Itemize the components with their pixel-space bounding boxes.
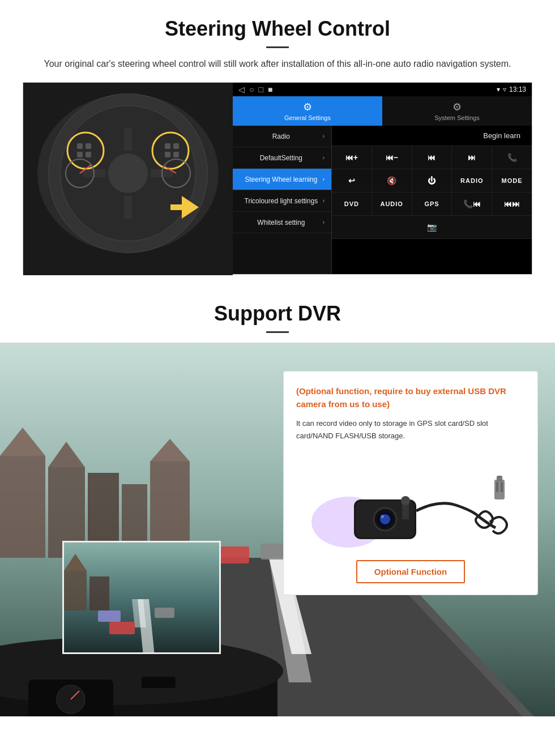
steering-wheel-svg [23, 83, 233, 275]
svg-rect-76 [501, 482, 503, 492]
svg-rect-20 [170, 204, 183, 210]
dvr-description: It can record video only to storage in G… [296, 417, 525, 442]
control-buttons: ⏮+ ⏮− ⏮ ⏭ 📞 ↩ 🔇 ⏻ RADIO MODE [332, 146, 532, 239]
dvr-title-area: Support DVR [0, 286, 555, 351]
btn-phone[interactable]: 📞 [492, 146, 532, 169]
begin-learn-button[interactable]: Begin learn [477, 129, 526, 142]
page-title: Steering Wheel Control [23, 17, 532, 41]
svg-rect-74 [497, 476, 502, 481]
svg-rect-17 [165, 152, 170, 157]
dvr-title-divider [266, 331, 289, 333]
btn-dvd[interactable]: DVD [332, 193, 372, 215]
optional-function-button[interactable]: Optional Function [356, 560, 465, 583]
arrow-icon: › [323, 133, 325, 139]
ctrl-row-4: 📷 [332, 216, 532, 239]
arrow-icon: › [323, 176, 325, 182]
dvr-device-svg [303, 454, 518, 550]
steering-wheel-placeholder [23, 83, 233, 275]
system-settings-icon: ⚙ [452, 101, 462, 113]
tabs-row: ⚙ General Settings ⚙ System Settings [233, 96, 532, 126]
menu-item-tricoloured-label: Tricoloured light settings [240, 197, 323, 205]
btn-vol-up[interactable]: ⏮+ [332, 146, 372, 169]
dvr-title: Support DVR [0, 302, 555, 326]
btn-prev[interactable]: ⏮ [412, 146, 452, 169]
ctrl-row-3: DVD AUDIO GPS 📞⏮ ⏮⏭ [332, 193, 532, 216]
status-bar: ◁ ○ □ ■ ▾ ▿ 13:13 [233, 83, 532, 96]
menu-item-whitelist-label: Whitelist setting [240, 219, 323, 227]
btn-prev-next[interactable]: ⏮⏭ [492, 193, 532, 215]
control-area: Begin learn ⏮+ ⏮− ⏮ ⏭ 📞 ↩ [332, 126, 532, 274]
menu-item-steering[interactable]: Steering Wheel learning › [233, 169, 331, 190]
ctrl-row-1: ⏮+ ⏮− ⏮ ⏭ 📞 [332, 146, 532, 169]
btn-vol-down[interactable]: ⏮− [372, 146, 412, 169]
signal-icon: ▾ [497, 86, 500, 93]
menu-item-radio[interactable]: Radio › [233, 126, 331, 147]
tab-general-label: General Settings [284, 114, 331, 121]
title-divider [266, 46, 289, 48]
tab-system-label: System Settings [434, 114, 479, 121]
subtitle-text: Your original car's steering wheel contr… [40, 57, 515, 71]
svg-point-70 [381, 515, 384, 518]
menu-icon[interactable]: ■ [268, 85, 272, 94]
svg-rect-58 [155, 608, 174, 618]
wifi-icon: ▿ [503, 86, 506, 93]
svg-rect-14 [86, 152, 91, 157]
android-ui-panel: ◁ ○ □ ■ ▾ ▿ 13:13 ⚙ General Settings ⚙ S… [233, 83, 532, 274]
btn-back[interactable]: ↩ [332, 169, 372, 192]
svg-rect-16 [173, 143, 179, 149]
svg-point-8 [108, 153, 148, 193]
btn-mute[interactable]: 🔇 [372, 169, 412, 192]
menu-item-radio-label: Radio [240, 133, 323, 140]
svg-point-72 [401, 496, 410, 505]
menu-item-tricoloured[interactable]: Tricoloured light settings › [233, 190, 331, 212]
menu-item-whitelist[interactable]: Whitelist setting › [233, 212, 331, 233]
arrow-icon: › [323, 219, 325, 225]
btn-phone-prev[interactable]: 📞⏮ [452, 193, 492, 215]
dvr-info-card: (Optional function, require to buy exter… [283, 371, 538, 595]
thumbnail-svg [64, 543, 221, 654]
home-icon[interactable]: ○ [249, 85, 254, 94]
menu-item-steering-label: Steering Wheel learning [240, 176, 323, 183]
section-steering-wheel: Steering Wheel Control Your original car… [0, 0, 555, 286]
menu-item-default[interactable]: DefaultSetting › [233, 147, 331, 169]
svg-rect-15 [165, 143, 170, 149]
svg-rect-62 [89, 576, 109, 610]
menu-item-default-label: DefaultSetting [240, 154, 323, 162]
svg-rect-53 [142, 677, 176, 688]
recents-icon[interactable]: □ [258, 85, 263, 94]
general-settings-icon: ⚙ [303, 101, 312, 113]
arrow-icon: › [323, 198, 325, 204]
menu-area: Radio › DefaultSetting › Steering Wheel … [233, 126, 532, 274]
tab-general[interactable]: ⚙ General Settings [233, 96, 382, 126]
svg-rect-12 [86, 143, 91, 149]
btn-power[interactable]: ⏻ [412, 169, 452, 192]
ui-panel: ◁ ○ □ ■ ▾ ▿ 13:13 ⚙ General Settings ⚙ S… [23, 82, 532, 275]
nav-icons: ◁ ○ □ ■ [238, 85, 272, 94]
btn-next[interactable]: ⏭ [452, 146, 492, 169]
tab-system[interactable]: ⚙ System Settings [382, 96, 532, 126]
dvr-device-image [296, 451, 525, 553]
ctrl-row-2: ↩ 🔇 ⏻ RADIO MODE [332, 169, 532, 193]
back-icon[interactable]: ◁ [238, 85, 245, 94]
btn-gps[interactable]: GPS [412, 193, 452, 215]
svg-rect-27 [0, 456, 45, 558]
svg-rect-73 [494, 480, 505, 499]
section-dvr: Support DVR [0, 286, 555, 716]
svg-rect-75 [496, 482, 498, 492]
btn-audio[interactable]: AUDIO [372, 193, 412, 215]
btn-mode[interactable]: MODE [492, 169, 532, 192]
svg-rect-60 [64, 571, 87, 610]
time-display: 13:13 [509, 86, 526, 93]
begin-learn-row: Begin learn [332, 126, 532, 146]
svg-rect-59 [109, 622, 135, 634]
btn-camera[interactable]: 📷 [332, 216, 532, 238]
svg-rect-57 [98, 610, 121, 622]
svg-rect-13 [77, 152, 83, 157]
btn-radio[interactable]: RADIO [452, 169, 492, 192]
svg-rect-11 [77, 143, 83, 149]
svg-rect-18 [173, 152, 179, 157]
arrow-icon: › [323, 155, 325, 161]
dvr-screenshot-thumbnail [62, 541, 221, 654]
optional-function-note: (Optional function, require to buy exter… [296, 385, 525, 411]
steering-wheel-image [23, 83, 233, 275]
